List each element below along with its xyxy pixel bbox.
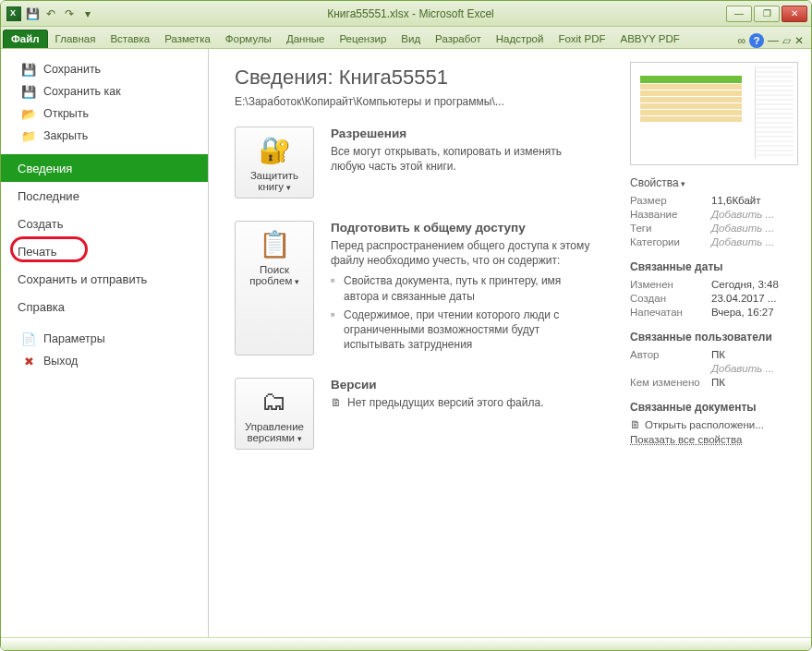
sidebar-item-save-send[interactable]: Сохранить и отправить (1, 265, 208, 293)
prop-tags[interactable]: ТегиДобавить ... (630, 223, 798, 234)
section-heading: Подготовить к общему доступу (331, 221, 599, 235)
tab-data[interactable]: Данные (279, 30, 333, 48)
related-dates-heading: Связанные даты (630, 260, 798, 273)
sidebar-item-new[interactable]: Создать (1, 210, 208, 237)
sidebar-label: Сведения (18, 162, 72, 175)
manage-versions-button[interactable]: 🗂 Управление версиями (235, 378, 314, 450)
qat-dropdown-icon[interactable]: ▾ (80, 6, 95, 21)
date-modified: ИзмененСегодня, 3:48 (630, 279, 798, 290)
tab-file[interactable]: Файл (3, 30, 48, 48)
gear-icon: 📄 (21, 332, 36, 346)
sidebar-label: Печать (18, 245, 57, 259)
window-controls: — ❐ ✕ (726, 6, 811, 22)
sidebar-item-info[interactable]: Сведения (1, 154, 208, 182)
excel-icon (6, 6, 21, 21)
date-created: Создан23.04.2017 ... (630, 293, 798, 304)
sidebar-item-save[interactable]: 💾Сохранить (1, 58, 208, 80)
prepare-share-section: 📋 Поиск проблем Подготовить к общему дос… (235, 221, 599, 356)
sidebar-item-print[interactable]: Печать (1, 237, 208, 265)
prop-title[interactable]: НазваниеДобавить ... (630, 209, 798, 220)
open-location-link[interactable]: 🗎Открыть расположени... (630, 419, 798, 430)
section-text: Перед распространением общего доступа к … (331, 238, 599, 268)
title-bar: 💾 ↶ ↷ ▾ Книга55551.xlsx - Microsoft Exce… (1, 1, 811, 27)
sidebar-label: Параметры (43, 332, 105, 345)
help-icon[interactable]: ? (749, 33, 764, 48)
mdi-restore-icon[interactable]: ▱ (782, 34, 791, 47)
statusbar-gradient (1, 637, 811, 650)
user-add-author[interactable]: Добавить ... (630, 363, 798, 374)
permissions-body: Разрешения Все могут открывать, копирова… (331, 127, 599, 199)
section-text: Все могут открывать, копировать и изменя… (331, 144, 599, 174)
maximize-button[interactable]: ❐ (754, 6, 780, 22)
show-all-properties-link[interactable]: Показать все свойства (630, 434, 742, 445)
sidebar-label: Сохранить и отправить (18, 272, 147, 286)
tab-developer[interactable]: Разработ (428, 30, 489, 48)
section-heading: Версии (331, 378, 599, 392)
versions-body: Версии 🗎Нет предыдущих версий этого файл… (331, 378, 599, 450)
issue-item: Свойства документа, путь к принтеру, имя… (331, 273, 599, 303)
sidebar-label: Открыть (43, 107, 89, 120)
protect-workbook-button[interactable]: 🔐 Защитить книгу (235, 127, 314, 199)
sidebar-label: Создать (18, 217, 63, 231)
tab-addins[interactable]: Надстрой (489, 30, 551, 48)
file-path: E:\Заработок\Копирайт\Компьютеры и прогр… (235, 95, 599, 108)
redo-icon[interactable]: ↷ (62, 6, 77, 21)
sidebar-item-saveas[interactable]: 💾Сохранить как (1, 80, 208, 102)
button-label: Защитить книгу (239, 170, 309, 192)
sidebar-item-help[interactable]: Справка (1, 293, 208, 320)
tab-insert[interactable]: Вставка (103, 30, 157, 48)
app-window: 💾 ↶ ↷ ▾ Книга55551.xlsx - Microsoft Exce… (0, 0, 812, 651)
open-icon: 📂 (21, 106, 36, 121)
tab-home[interactable]: Главная (48, 30, 103, 48)
sidebar-label: Сохранить как (43, 85, 121, 98)
properties-dropdown[interactable]: Свойства (630, 176, 798, 189)
close-icon: 📁 (21, 128, 36, 143)
minimize-button[interactable]: — (726, 6, 752, 22)
sidebar-label: Справка (18, 300, 65, 314)
prop-categories[interactable]: КатегорииДобавить ... (630, 236, 798, 247)
button-label: Поиск проблем (239, 264, 309, 286)
info-panel: Сведения: Книга55551 E:\Заработок\Копира… (209, 49, 617, 650)
check-issues-button[interactable]: 📋 Поиск проблем (235, 221, 314, 356)
related-users-heading: Связанные пользователи (630, 331, 798, 344)
sidebar-item-recent[interactable]: Последние (1, 182, 208, 210)
tab-abbyy[interactable]: ABBYY PDF (613, 30, 687, 48)
exit-icon: ✖ (21, 354, 36, 368)
sidebar-label: Закрыть (43, 129, 88, 142)
backstage-sidebar: 💾Сохранить 💾Сохранить как 📂Открыть 📁Закр… (1, 49, 209, 650)
prepare-body: Подготовить к общему доступу Перед распр… (331, 221, 599, 356)
lock-icon: 🔐 (256, 133, 293, 166)
sidebar-item-close[interactable]: 📁Закрыть (1, 125, 208, 147)
user-lastmod: Кем измененоПК (630, 377, 798, 388)
window-title: Книга55551.xlsx - Microsoft Excel (95, 7, 726, 20)
document-thumbnail[interactable] (630, 62, 798, 165)
quick-access-toolbar: 💾 ↶ ↷ ▾ (1, 6, 95, 21)
sidebar-label: Сохранить (43, 63, 101, 76)
tab-review[interactable]: Рецензир (332, 30, 394, 48)
sidebar-item-options[interactable]: 📄Параметры (1, 328, 208, 350)
mdi-close-icon[interactable]: ✕ (794, 34, 804, 47)
versions-icon: 🗂 (256, 384, 293, 417)
sidebar-label: Выход (43, 355, 78, 368)
tab-view[interactable]: Вид (394, 30, 428, 48)
user-author: АвторПК (630, 349, 798, 360)
prop-size: Размер11,6Кбайт (630, 195, 798, 206)
sidebar-item-exit[interactable]: ✖Выход (1, 350, 208, 372)
checklist-icon: 📋 (256, 227, 293, 260)
ribbon-tabs: Файл Главная Вставка Разметка Формулы Да… (1, 27, 811, 49)
saveas-icon: 💾 (21, 84, 36, 99)
properties-panel: Свойства Размер11,6Кбайт НазваниеДобавит… (617, 49, 811, 650)
undo-icon[interactable]: ↶ (43, 6, 58, 21)
save-icon[interactable]: 💾 (25, 6, 40, 21)
close-button[interactable]: ✕ (782, 6, 807, 22)
permissions-section: 🔐 Защитить книгу Разрешения Все могут от… (235, 127, 599, 199)
save-icon: 💾 (21, 62, 36, 77)
mdi-min-icon[interactable]: — (768, 34, 779, 47)
tab-layout[interactable]: Разметка (157, 30, 218, 48)
tab-formulas[interactable]: Формулы (218, 30, 279, 48)
ribbon-right-controls: ∞ ? — ▱ ✕ (737, 33, 811, 48)
sidebar-item-open[interactable]: 📂Открыть (1, 102, 208, 125)
tab-foxit[interactable]: Foxit PDF (551, 30, 612, 48)
button-label: Управление версиями (239, 421, 309, 443)
ribbon-minimize-icon[interactable]: ∞ (737, 34, 745, 47)
